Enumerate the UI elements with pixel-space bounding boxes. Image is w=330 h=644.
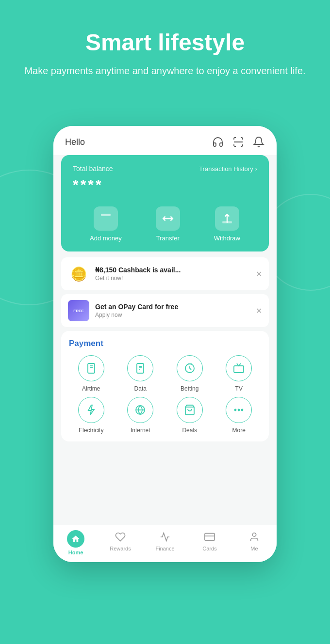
greeting-text: Hello: [65, 137, 85, 147]
internet-icon: [127, 397, 153, 423]
headset-icon[interactable]: [212, 136, 224, 148]
deals-item[interactable]: Deals: [167, 397, 212, 434]
cashback-icon: 🪙: [68, 263, 89, 284]
transfer-label: Transfer: [156, 235, 180, 242]
phone-inner: Hello: [53, 126, 277, 562]
betting-icon: [177, 355, 203, 381]
balance-top-row: Total balance Transaction History ›: [73, 165, 257, 173]
opay-card-title: Get an OPay Card for free: [95, 303, 178, 311]
electricity-item[interactable]: Electricity: [69, 397, 114, 434]
hero-title: Smart lifestyle: [19, 29, 311, 56]
svg-rect-20: [205, 534, 214, 541]
betting-label: Betting: [181, 385, 198, 392]
balance-card: Total balance Transaction History › ****: [61, 155, 269, 251]
payment-section-title: Payment: [69, 339, 261, 348]
svg-point-22: [252, 533, 256, 536]
header-icons: [212, 136, 265, 148]
electricity-label: Electricity: [79, 427, 103, 434]
cashback-promo-banner[interactable]: 🪙 ₦8,150 Cashback is avail... Get it now…: [61, 257, 269, 290]
airtime-label: Airtime: [82, 385, 100, 392]
nav-finance[interactable]: Finance: [143, 530, 187, 555]
balance-actions: Add money Transfer: [73, 206, 257, 242]
me-nav-label: Me: [250, 546, 258, 551]
phone-header: Hello: [53, 126, 277, 155]
finance-nav-icon: [158, 530, 172, 544]
rewards-nav-label: Rewards: [110, 546, 131, 551]
data-item[interactable]: Data: [118, 355, 163, 392]
svg-rect-2: [222, 221, 232, 223]
betting-item[interactable]: Betting: [167, 355, 212, 392]
bottom-navigation: Home Rewards Finance: [53, 525, 277, 562]
svg-point-17: [235, 409, 236, 411]
more-icon: [226, 397, 252, 423]
nav-rewards[interactable]: Rewards: [98, 530, 143, 555]
cashback-close-button[interactable]: ✕: [256, 269, 262, 279]
cards-nav-label: Cards: [202, 546, 216, 551]
opay-card-subtitle: Apply now: [95, 312, 178, 318]
svg-rect-7: [137, 363, 144, 373]
add-money-label: Add money: [90, 235, 122, 242]
svg-rect-3: [88, 363, 95, 373]
scan-icon[interactable]: [232, 136, 245, 148]
more-label: More: [232, 427, 246, 434]
data-icon: [127, 355, 153, 381]
deals-label: Deals: [182, 427, 197, 434]
nav-cards[interactable]: Cards: [187, 530, 232, 555]
home-nav-label: Home: [68, 550, 83, 555]
opay-card-promo-banner[interactable]: FREE Get an OPay Card for free Apply now…: [61, 294, 269, 327]
cashback-subtitle: Get it now!: [95, 275, 181, 282]
electricity-icon: [78, 397, 104, 423]
payment-section: Payment Airtime: [61, 331, 269, 441]
airtime-icon: [78, 355, 104, 381]
tv-label: TV: [235, 385, 243, 392]
finance-nav-label: Finance: [155, 546, 174, 551]
internet-label: Internet: [131, 427, 150, 434]
tv-item[interactable]: TV: [217, 355, 262, 392]
withdraw-icon: [215, 206, 239, 231]
rewards-nav-icon: [114, 530, 127, 544]
home-nav-icon: [67, 530, 84, 548]
opay-card-promo-text: Get an OPay Card for free Apply now: [95, 303, 178, 318]
transaction-history-link[interactable]: Transaction History ›: [199, 165, 257, 173]
transfer-button[interactable]: Transfer: [156, 206, 180, 242]
transfer-icon: [156, 206, 180, 231]
add-money-button[interactable]: Add money: [90, 206, 122, 242]
balance-label: Total balance: [73, 165, 113, 173]
add-money-icon: [94, 206, 118, 231]
cards-nav-icon: [203, 530, 216, 544]
svg-point-18: [238, 409, 240, 411]
phone-mockup: Hello: [53, 126, 277, 562]
data-label: Data: [134, 385, 147, 392]
bell-icon[interactable]: [252, 136, 265, 148]
balance-amount: ****: [73, 176, 257, 193]
nav-home[interactable]: Home: [53, 530, 98, 555]
me-nav-icon: [248, 530, 261, 544]
hero-subtitle: Make payments anytime and anywhere to en…: [19, 63, 311, 78]
cashback-title: ₦8,150 Cashback is avail...: [95, 266, 181, 274]
bottom-spacer: [53, 445, 277, 484]
svg-rect-1: [101, 214, 111, 216]
nav-me[interactable]: Me: [232, 530, 277, 555]
opay-card-close-button[interactable]: ✕: [256, 306, 262, 315]
tv-icon: [226, 355, 252, 381]
opay-card-icon: FREE: [68, 300, 89, 321]
internet-item[interactable]: Internet: [118, 397, 163, 434]
cashback-promo-text: ₦8,150 Cashback is avail... Get it now!: [95, 266, 181, 282]
airtime-item[interactable]: Airtime: [69, 355, 114, 392]
svg-point-19: [242, 409, 243, 411]
more-item[interactable]: More: [217, 397, 262, 434]
withdraw-label: Withdraw: [214, 235, 240, 242]
payment-grid: Airtime Data: [69, 355, 261, 434]
deals-icon: [177, 397, 203, 423]
svg-rect-13: [234, 366, 244, 373]
withdraw-button[interactable]: Withdraw: [214, 206, 240, 242]
hero-section: Smart lifestyle Make payments anytime an…: [0, 0, 330, 93]
